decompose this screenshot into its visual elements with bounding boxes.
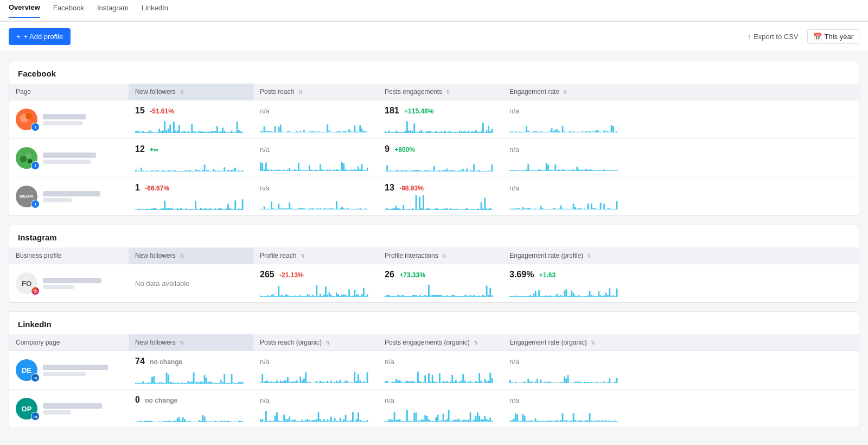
svg-rect-765	[329, 293, 330, 297]
svg-rect-1337	[527, 421, 529, 422]
svg-rect-534	[220, 208, 222, 210]
svg-rect-988	[298, 383, 299, 383]
svg-rect-1069	[461, 380, 462, 383]
svg-rect-524	[202, 209, 203, 210]
svg-rect-48	[216, 126, 218, 133]
svg-rect-379	[406, 170, 408, 171]
svg-rect-1254	[345, 415, 347, 422]
svg-rect-1233	[307, 419, 309, 421]
svg-rect-1150	[141, 421, 142, 422]
svg-rect-919	[157, 383, 158, 384]
col-posts-reach-li[interactable]: Posts reach (organic) ⇅	[253, 334, 378, 351]
svg-rect-821	[446, 295, 448, 297]
svg-rect-588	[334, 208, 336, 209]
col-posts-engagements-li[interactable]: Posts engagements (organic) ⇅	[378, 334, 503, 351]
svg-rect-953	[218, 383, 220, 384]
nav-linkedin[interactable]: LinkedIn	[142, 4, 168, 17]
svg-rect-909	[139, 383, 141, 384]
svg-rect-901	[607, 295, 609, 297]
nav-facebook[interactable]: Facebook	[53, 4, 84, 17]
svg-rect-888	[584, 296, 585, 297]
svg-rect-1220	[283, 414, 285, 421]
svg-rect-380	[408, 171, 410, 171]
svg-rect-1244	[327, 419, 328, 422]
table-row: MEDIA f 1 -66.67% n/a 13 -98.93% n/a	[9, 177, 859, 216]
svg-rect-1349	[549, 420, 551, 421]
col-posts-reach[interactable]: Posts reach ⇅	[253, 84, 378, 100]
svg-rect-494	[148, 209, 149, 210]
svg-rect-682	[537, 209, 538, 209]
metric-change: -51.61%	[148, 107, 174, 115]
svg-rect-519	[193, 209, 195, 210]
svg-rect-706	[580, 208, 582, 209]
svg-rect-1370	[587, 420, 589, 422]
svg-rect-54	[227, 132, 229, 133]
nav-instagram[interactable]: Instagram	[97, 4, 129, 17]
svg-rect-857	[527, 296, 529, 297]
col-profile-interactions[interactable]: Profile interactions ⇅	[378, 247, 503, 264]
svg-rect-320	[283, 169, 285, 170]
sparkline	[260, 194, 372, 209]
svg-rect-1103	[538, 383, 540, 383]
col-profile-reach[interactable]: Profile reach ⇅	[253, 247, 378, 264]
svg-rect-696	[562, 208, 564, 209]
svg-rect-271	[178, 171, 180, 171]
svg-rect-158	[448, 131, 450, 133]
svg-rect-1071	[464, 380, 466, 383]
col-engagement-rate[interactable]: Engagement rate ⇅	[503, 84, 859, 100]
svg-rect-1199	[229, 421, 231, 422]
col-new-followers-ig[interactable]: New followers ⇅	[129, 247, 253, 264]
nav-overview[interactable]: Overview	[9, 3, 40, 18]
svg-rect-60	[238, 130, 240, 133]
svg-rect-325	[292, 170, 294, 171]
svg-rect-422	[484, 171, 486, 171]
date-range-button[interactable]: 📅 This year	[807, 29, 859, 44]
svg-rect-17	[161, 131, 162, 133]
svg-rect-999	[318, 383, 320, 383]
svg-rect-615	[399, 209, 401, 210]
svg-rect-1213	[271, 421, 272, 421]
svg-rect-210	[558, 131, 560, 132]
col-engagement-rate-li[interactable]: Engagement rate (organic) ⇅	[503, 334, 859, 351]
svg-rect-175	[478, 132, 480, 133]
svg-rect-801	[410, 296, 412, 297]
svg-rect-1307	[457, 418, 458, 421]
svg-rect-1240	[320, 419, 321, 422]
svg-rect-965	[240, 382, 241, 384]
svg-rect-1012	[341, 383, 343, 383]
svg-rect-146	[426, 131, 428, 133]
svg-rect-802	[412, 295, 413, 297]
svg-rect-1201	[233, 422, 234, 422]
svg-rect-294	[220, 171, 222, 171]
col-posts-engagements[interactable]: Posts engagements ⇅	[378, 84, 503, 100]
page-cell: f	[9, 139, 129, 177]
svg-rect-20	[166, 130, 168, 133]
svg-rect-939	[193, 372, 195, 384]
svg-rect-1149	[139, 421, 141, 422]
svg-rect-10	[148, 131, 149, 133]
svg-rect-551	[267, 208, 269, 209]
svg-rect-884	[576, 296, 578, 297]
svg-rect-1048	[423, 382, 424, 383]
svg-rect-1292	[430, 421, 431, 422]
export-button[interactable]: ↑ Export to CSV	[748, 33, 799, 41]
svg-rect-1358	[565, 420, 567, 422]
toolbar-actions: ↑ Export to CSV 📅 This year	[748, 29, 859, 44]
svg-rect-1177	[189, 421, 191, 422]
svg-rect-530	[213, 209, 214, 210]
add-profile-button[interactable]: + + Add profile	[9, 28, 71, 45]
col-new-followers-li[interactable]: New followers ⇅	[129, 334, 253, 351]
metric-change: +∞	[148, 146, 158, 154]
svg-rect-1293	[432, 421, 433, 422]
svg-rect-1280	[408, 421, 410, 422]
svg-rect-800	[408, 296, 410, 297]
svg-rect-1096	[526, 383, 527, 383]
svg-rect-297	[226, 171, 227, 171]
svg-rect-582	[323, 208, 325, 209]
svg-rect-1289	[424, 415, 426, 422]
col-engagement-rate-ig[interactable]: Engagement rate (profile) ⇅	[503, 247, 859, 264]
svg-rect-975	[275, 382, 276, 383]
svg-rect-1067	[457, 382, 458, 383]
svg-rect-631	[428, 208, 430, 210]
col-new-followers[interactable]: New followers ⇅	[129, 84, 253, 100]
